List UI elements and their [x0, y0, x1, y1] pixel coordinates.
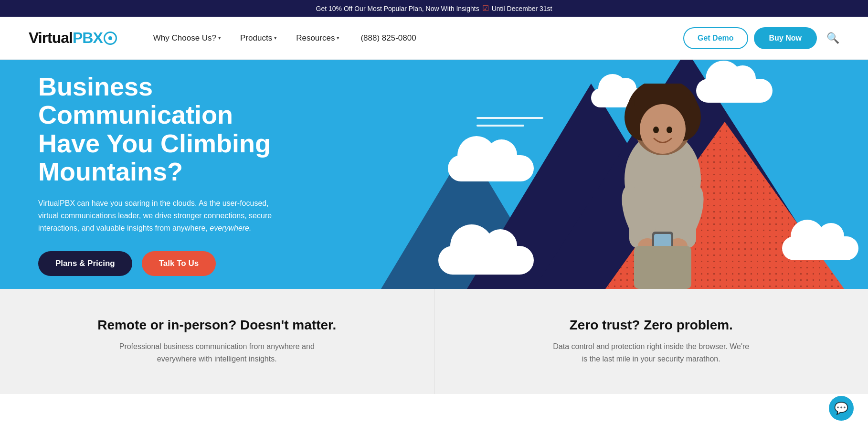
bottom-card-remote: Remote or in-person? Doesn't matter. Pro…: [0, 289, 434, 394]
talk-to-us-button[interactable]: Talk To Us: [142, 251, 216, 276]
cloud-4: [438, 246, 534, 275]
person-figure: [596, 84, 730, 289]
hero-content: Business Communication Have You Climbing…: [0, 73, 325, 276]
nav-label-resources: Resources: [296, 33, 335, 43]
nav-links: Why Choose Us? ▾ Products ▾ Resources ▾ …: [146, 29, 683, 48]
nav-item-why-choose[interactable]: Why Choose Us? ▾: [146, 29, 229, 48]
bottom-card-remote-title: Remote or in-person? Doesn't matter.: [97, 318, 336, 333]
chevron-down-icon: ▾: [337, 35, 339, 41]
svg-point-7: [653, 127, 659, 133]
hero-description: VirtualPBX can have you soaring in the c…: [38, 197, 277, 234]
nav-buttons: Get Demo Buy Now 🔍: [683, 27, 839, 49]
buy-now-button[interactable]: Buy Now: [754, 27, 817, 49]
svg-point-6: [640, 104, 686, 154]
hero-title: Business Communication Have You Climbing…: [38, 73, 286, 186]
get-demo-button[interactable]: Get Demo: [683, 27, 748, 49]
nav-label-why: Why Choose Us?: [153, 33, 216, 43]
nav-item-resources[interactable]: Resources ▾: [288, 29, 347, 48]
banner-checkmark: ☑: [482, 4, 489, 13]
plans-pricing-button[interactable]: Plans & Pricing: [38, 251, 132, 276]
top-banner: Get 10% Off Our Most Popular Plan, Now W…: [0, 0, 868, 17]
banner-text-after: Until December 31st: [492, 5, 552, 12]
hero-description-italic: everywhere.: [210, 224, 251, 232]
logo-circle-icon: [104, 32, 117, 45]
logo-pbx: PBX: [73, 29, 103, 47]
bottom-card-remote-text: Professional business communication from…: [116, 340, 317, 365]
nav-item-products[interactable]: Products ▾: [233, 29, 285, 48]
bottom-card-zero-trust: Zero trust? Zero problem. Data control a…: [434, 289, 868, 394]
svg-point-8: [667, 127, 672, 133]
chevron-down-icon: ▾: [274, 35, 277, 41]
bottom-section: Remote or in-person? Doesn't matter. Pro…: [0, 289, 868, 394]
search-icon[interactable]: 🔍: [826, 32, 839, 44]
logo-virtual: Virtual: [29, 29, 73, 47]
chevron-down-icon: ▾: [218, 35, 221, 41]
hero-illustration: [343, 60, 868, 289]
navbar: Virtual PBX Why Choose Us? ▾ Products ▾ …: [0, 17, 868, 60]
hero-section: Business Communication Have You Climbing…: [0, 60, 868, 289]
bottom-card-zero-trust-title: Zero trust? Zero problem.: [570, 318, 733, 333]
phone-number[interactable]: (888) 825-0800: [360, 33, 416, 43]
cloud-5: [782, 236, 858, 260]
svg-rect-16: [634, 246, 691, 289]
logo[interactable]: Virtual PBX: [29, 29, 117, 47]
cloud-3: [448, 155, 534, 181]
bottom-card-zero-trust-text: Data control and protection right inside…: [551, 340, 752, 365]
banner-text-before: Get 10% Off Our Most Popular Plan, Now W…: [316, 5, 479, 12]
nav-label-products: Products: [240, 33, 272, 43]
hero-buttons: Plans & Pricing Talk To Us: [38, 251, 286, 276]
